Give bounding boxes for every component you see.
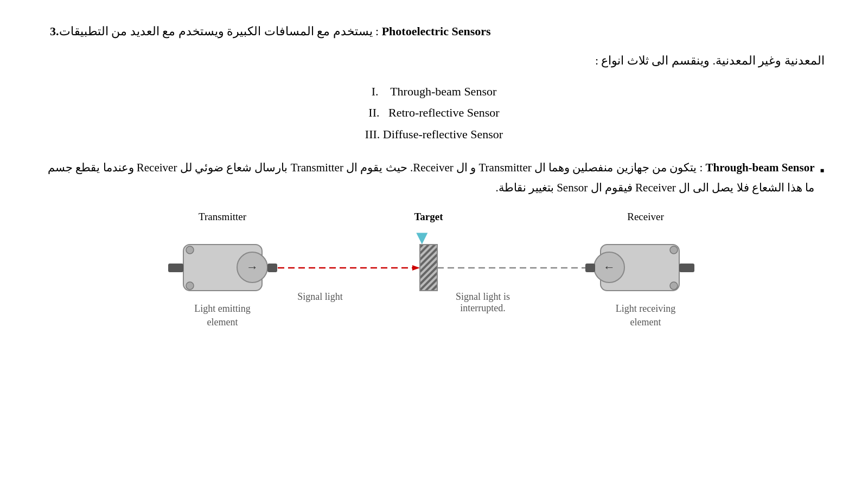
svg-marker-8 (412, 265, 420, 271)
svg-point-3 (186, 246, 194, 254)
roman-numeral-1: I. (372, 85, 387, 98)
light-emitting-label: Light emittingelement (194, 302, 251, 329)
through-beam-text: Through-beam Sensor : يتكون من جهازين من… (43, 158, 814, 198)
through-beam-diagram: Transmitter Target Receiver ▼ → (43, 211, 825, 352)
list-item-2: II. Retro-reflective Sensor (43, 102, 825, 124)
list-item-3: III. Diffuse-reflective Sensor (43, 124, 825, 145)
roman-numeral-2: II. (368, 106, 385, 119)
svg-rect-18 (679, 264, 694, 272)
svg-point-4 (186, 282, 194, 290)
through-beam-section: ▪ Through-beam Sensor : يتكون من جهازين … (43, 158, 825, 198)
svg-point-16 (670, 246, 678, 254)
sensor-type-list: I. Through-beam Sensor II. Retro-reflect… (43, 81, 825, 145)
section-title: Photoelectric Sensors : يستخدم مع المساف… (59, 22, 491, 41)
section-title-en: Photoelectric Sensors (382, 24, 491, 38)
svg-text:→: → (246, 260, 258, 274)
through-beam-title: Through-beam Sensor (706, 161, 815, 174)
sensor-type-2: Retro-reflective Sensor (388, 106, 500, 119)
sensor-type-1: Through-beam Sensor (390, 85, 496, 98)
svg-rect-5 (168, 264, 183, 272)
arabic-line2: المعدنية وغير المعدنية. وينقسم الى ثلاث … (595, 54, 825, 67)
bullet-colon: : (699, 161, 703, 174)
diagram-canvas: Transmitter Target Receiver ▼ → (136, 211, 732, 352)
section-number: .3 (50, 22, 59, 41)
section3-header: .3 Photoelectric Sensors : يستخدم مع الم… (43, 22, 825, 41)
roman-numeral-3: III. (365, 127, 380, 141)
svg-rect-6 (267, 264, 277, 272)
svg-text:←: ← (603, 260, 615, 274)
bullet-mark: ▪ (820, 159, 825, 182)
list-item-1: I. Through-beam Sensor (43, 81, 825, 102)
light-receiving-label: Light receivingelement (616, 302, 675, 329)
interrupted-label: Signal light is interrupted. (450, 291, 515, 314)
signal-light-label: Signal light (297, 291, 343, 303)
svg-point-17 (670, 282, 678, 290)
sensor-type-3: Diffuse-reflective Sensor (383, 127, 503, 141)
svg-rect-19 (585, 264, 595, 272)
svg-rect-9 (420, 245, 437, 291)
section3-arabic-body: المعدنية وغير المعدنية. وينقسم الى ثلاث … (43, 50, 825, 70)
